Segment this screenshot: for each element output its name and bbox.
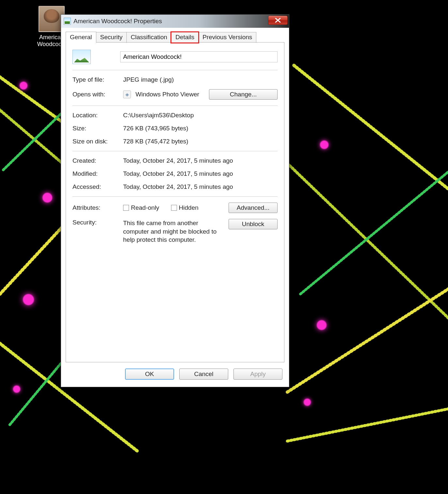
accessed-label: Accessed: <box>72 183 123 190</box>
separator <box>72 70 278 70</box>
type-label: Type of file: <box>72 76 123 83</box>
created-value: Today, October 24, 2017, 5 minutes ago <box>123 157 233 164</box>
filename-input[interactable] <box>120 51 278 62</box>
readonly-label: Read-only <box>131 204 159 211</box>
readonly-checkbox[interactable]: Read-only <box>123 204 159 211</box>
attributes-label: Attributes: <box>72 204 123 211</box>
tab-label: Security <box>100 34 123 41</box>
dialog-title: American Woodcock! Properties <box>73 18 162 25</box>
change-button[interactable]: Change... <box>209 89 278 100</box>
tab-label: General <box>70 34 92 41</box>
size-on-disk-value: 728 KB (745,472 bytes) <box>123 138 188 145</box>
properties-dialog: American Woodcock! Properties General Se… <box>61 14 289 387</box>
opens-with-label: Opens with: <box>72 91 123 98</box>
tab-label: Previous Versions <box>202 34 252 41</box>
tab-security[interactable]: Security <box>96 32 127 43</box>
cancel-button[interactable]: Cancel <box>179 369 228 380</box>
ok-button[interactable]: OK <box>125 369 174 380</box>
accessed-value: Today, October 24, 2017, 5 minutes ago <box>123 183 233 190</box>
hidden-label: Hidden <box>179 204 199 211</box>
modified-value: Today, October 24, 2017, 5 minutes ago <box>123 170 233 177</box>
tab-general[interactable]: General <box>66 32 96 42</box>
titlebar-app-icon <box>64 18 71 25</box>
advanced-button[interactable]: Advanced... <box>229 203 278 213</box>
size-label: Size: <box>72 125 123 132</box>
tab-label: Classification <box>131 34 167 41</box>
general-panel: Type of file: JPEG image (.jpg) Opens wi… <box>66 42 284 362</box>
tab-strip: General Security Classification Details … <box>61 28 289 42</box>
size-on-disk-label: Size on disk: <box>72 138 123 145</box>
location-label: Location: <box>72 112 123 119</box>
size-value: 726 KB (743,965 bytes) <box>123 125 188 132</box>
opens-with-value: Windows Photo Viewer <box>136 91 199 98</box>
separator <box>72 151 278 151</box>
file-type-icon <box>72 50 91 64</box>
dialog-footer: OK Cancel Apply <box>61 363 289 387</box>
hidden-checkbox[interactable]: Hidden <box>171 204 199 211</box>
modified-label: Modified: <box>72 170 123 177</box>
separator <box>72 106 278 106</box>
checkbox-box-icon <box>171 205 177 211</box>
created-label: Created: <box>72 157 123 164</box>
checkbox-box-icon <box>123 205 129 211</box>
tab-details[interactable]: Details <box>171 32 199 43</box>
location-value: C:\Users\ajm536\Desktop <box>123 112 194 119</box>
tab-label: Details <box>175 34 194 41</box>
separator <box>72 196 278 197</box>
tab-classification[interactable]: Classification <box>126 32 171 43</box>
close-icon <box>275 18 281 23</box>
titlebar[interactable]: American Woodcock! Properties <box>61 15 289 28</box>
close-button[interactable] <box>268 16 288 25</box>
photo-viewer-icon: ◈ <box>123 91 131 98</box>
tab-previous-versions[interactable]: Previous Versions <box>198 32 256 43</box>
type-value: JPEG image (.jpg) <box>123 76 174 83</box>
unblock-button[interactable]: Unblock <box>229 219 278 229</box>
security-message: This file came from another computer and… <box>123 219 229 244</box>
apply-button[interactable]: Apply <box>233 369 282 380</box>
security-label: Security: <box>72 219 123 226</box>
